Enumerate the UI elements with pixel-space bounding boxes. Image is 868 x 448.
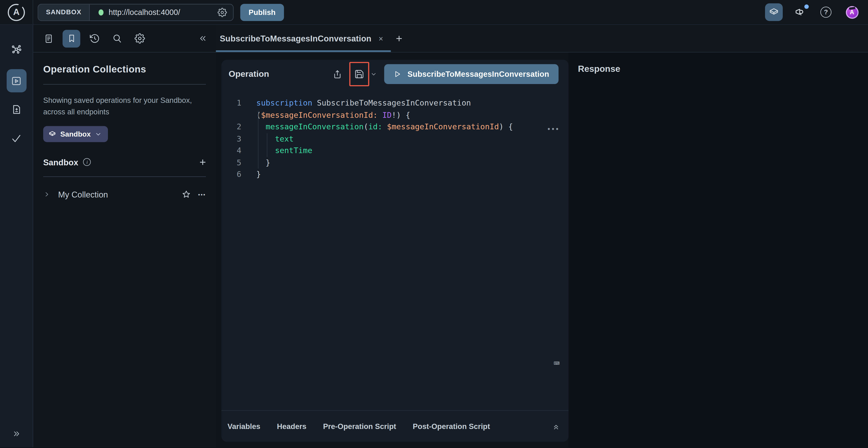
help-button[interactable]: ? — [817, 3, 835, 21]
expand-rail-button[interactable] — [11, 429, 21, 439]
top-bar: A SANDBOX http://localhost:4000/ Publish… — [0, 0, 868, 25]
code-token: sentTime — [275, 146, 312, 155]
sidebar-content: Operation Collections Showing saved oper… — [33, 53, 216, 199]
documentation-tab-button[interactable] — [40, 30, 58, 47]
code-line[interactable]: 5 } — [228, 157, 561, 169]
app-body: Operation Collections Showing saved oper… — [0, 25, 868, 447]
footer-tab-headers[interactable]: Headers — [277, 422, 306, 430]
endpoint-url-input[interactable]: http://localhost:4000/ — [108, 8, 217, 16]
app-window: A SANDBOX http://localhost:4000/ Publish… — [0, 0, 868, 448]
operation-editor[interactable]: 1subscription SubscribeToMessagesInConve… — [221, 89, 569, 410]
line-number: 3 — [228, 133, 241, 145]
line-number: 6 — [228, 169, 241, 180]
code-token — [256, 122, 266, 131]
favorite-star-icon[interactable] — [182, 189, 191, 199]
operation-title: Operation — [228, 69, 269, 79]
close-tab-icon[interactable]: × — [379, 34, 383, 43]
nav-changelog-button[interactable] — [6, 99, 26, 120]
code-token: SubscribeToMessagesInConversation — [317, 99, 471, 107]
sidebar-toolbar — [33, 25, 216, 53]
code-token: ( — [364, 122, 369, 131]
nav-schema-button[interactable] — [6, 39, 26, 60]
code-token — [312, 99, 317, 107]
publish-button[interactable]: Publish — [240, 4, 284, 21]
share-operation-button[interactable] — [330, 66, 344, 82]
sandbox-switcher-button[interactable] — [765, 3, 783, 21]
code-line[interactable]: 1subscription SubscribeToMessagesInConve… — [228, 97, 561, 109]
sidebar-panel: Operation Collections Showing saved oper… — [33, 25, 216, 447]
code-line[interactable]: 4 sentTime — [228, 145, 561, 157]
operation-menu-icon[interactable]: ••• — [547, 126, 560, 132]
code-token: ID — [382, 110, 392, 119]
notification-dot — [804, 4, 809, 9]
expand-panel-button[interactable] — [552, 422, 560, 430]
indent-guide — [258, 110, 258, 169]
response-panel: Response — [568, 53, 868, 447]
history-tab-button[interactable] — [85, 30, 103, 47]
run-operation-button[interactable]: SubscribeToMessagesInConversation — [384, 64, 559, 84]
tab-bar: SubscribeToMessagesInConversation × + — [216, 25, 868, 53]
sidebar-description: Showing saved operations for your Sandbo… — [43, 95, 207, 118]
top-bar-right: ? A — [765, 3, 868, 21]
line-number: 1 — [228, 97, 241, 109]
code-line[interactable]: 2 messageInConversation(id: $messageInCo… — [228, 121, 561, 133]
sandbox-mode-badge: SANDBOX — [38, 4, 90, 20]
code-token — [382, 122, 387, 131]
active-tab-indicator — [216, 50, 391, 52]
graph-selector-label: Sandbox — [60, 130, 91, 138]
code-line[interactable]: ($messageInConversationId: ID!) { — [228, 109, 561, 121]
operation-header: Operation — [221, 60, 569, 89]
connection-settings-gear-icon[interactable] — [217, 7, 227, 17]
code-token: } — [256, 170, 261, 178]
code-token: $messageInConversationId — [387, 122, 499, 131]
code-line[interactable]: 6} — [228, 169, 561, 180]
account-menu-button[interactable]: A — [843, 3, 861, 21]
workspace: Operation — [216, 53, 868, 447]
line-number — [228, 109, 241, 121]
footer-tab-post-operation-script[interactable]: Post-Operation Script — [413, 422, 490, 430]
collections-tab-button[interactable] — [63, 30, 80, 47]
announcements-button[interactable] — [791, 3, 809, 21]
new-tab-button[interactable]: + — [396, 32, 402, 45]
code-token — [256, 146, 275, 155]
divider — [43, 84, 206, 84]
tab-active[interactable]: SubscribeToMessagesInConversation × — [216, 25, 391, 52]
code-token: $messageInConversationId: — [261, 110, 377, 119]
line-number: 2 — [228, 121, 241, 133]
nav-checks-button[interactable] — [6, 128, 26, 149]
connection-status-icon — [99, 9, 104, 15]
keyboard-shortcuts-icon[interactable]: ⌨ — [554, 358, 560, 368]
main-area: SubscribeToMessagesInConversation × + Op… — [216, 25, 868, 447]
footer-tab-variables[interactable]: Variables — [227, 422, 260, 430]
add-collection-button[interactable]: + — [199, 157, 206, 168]
avatar: A — [845, 6, 858, 19]
footer-tab-pre-operation-script[interactable]: Pre-Operation Script — [323, 422, 396, 430]
code-token: ( — [256, 110, 261, 119]
code-token — [377, 110, 382, 119]
code-token: ) { — [499, 122, 513, 131]
save-menu-chevron-icon[interactable] — [370, 71, 377, 77]
save-operation-button[interactable] — [352, 66, 366, 82]
nav-explorer-button[interactable] — [6, 69, 26, 93]
code-lines: 1subscription SubscribeToMessagesInConve… — [228, 97, 561, 180]
collapse-sidebar-button[interactable] — [198, 34, 208, 43]
code-token: messageInConversation — [266, 122, 364, 131]
collection-menu-icon[interactable]: ••• — [198, 192, 206, 197]
chevron-right-icon[interactable] — [43, 191, 50, 198]
graph-selector-button[interactable]: Sandbox — [43, 126, 108, 142]
nav-rail — [0, 25, 33, 447]
code-token: !) { — [392, 110, 410, 119]
endpoint-bar[interactable]: SANDBOX http://localhost:4000/ — [38, 4, 234, 21]
help-icon: ? — [820, 7, 832, 18]
collection-row[interactable]: My Collection ••• — [43, 189, 206, 199]
apollo-logo-button[interactable]: A — [0, 0, 33, 24]
operation-footer: VariablesHeadersPre-Operation ScriptPost… — [221, 410, 569, 442]
search-tab-button[interactable] — [108, 30, 126, 47]
response-title: Response — [578, 64, 620, 74]
code-token — [256, 134, 275, 143]
line-number: 4 — [228, 145, 241, 157]
code-line[interactable]: 3 text — [228, 133, 561, 145]
info-icon[interactable]: i — [83, 158, 91, 166]
explorer-settings-button[interactable] — [131, 30, 148, 47]
run-button-label: SubscribeToMessagesInConversation — [407, 70, 549, 78]
